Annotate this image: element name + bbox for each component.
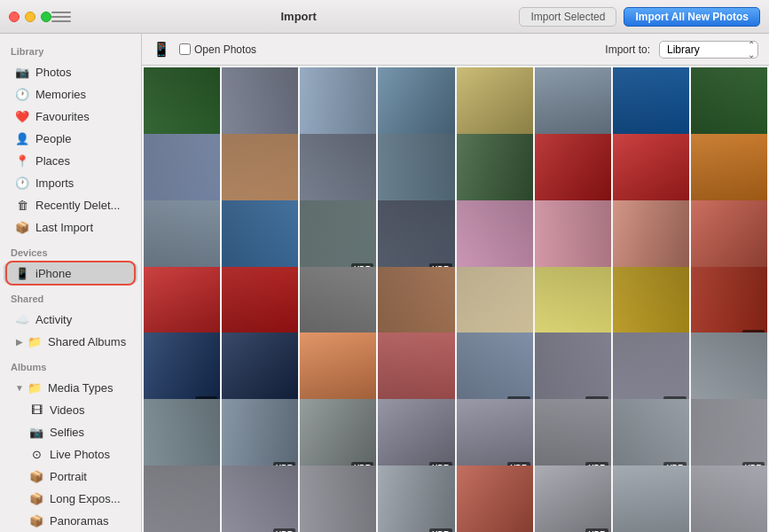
photo-cell[interactable]: HDR <box>535 399 611 475</box>
photo-cell[interactable] <box>535 67 611 144</box>
content-area: 📱 Open Photos Import to: Library Photos … <box>142 34 769 532</box>
photo-cell[interactable] <box>300 267 376 343</box>
sidebar-item-photos[interactable]: 📷 Photos <box>4 61 137 82</box>
sidebar-item-media-types[interactable]: ▼ 📁 Media Types <box>4 377 137 398</box>
photo-cell[interactable]: HDR <box>457 332 533 409</box>
photo-cell[interactable] <box>222 134 298 210</box>
photo-cell[interactable] <box>144 267 220 343</box>
device-phone-icon: 📱 <box>153 41 170 58</box>
sidebar-item-memories[interactable]: 🕐 Memories <box>4 83 137 105</box>
photo-cell[interactable] <box>457 267 533 343</box>
last-import-icon: 📦 <box>14 219 30 235</box>
selfies-icon: 📷 <box>28 424 44 440</box>
sidebar-item-people[interactable]: 👤 People <box>4 128 137 149</box>
sidebar-item-shared-albums[interactable]: ▶ 📁 Shared Albums <box>4 331 137 352</box>
sidebar-item-live-photos[interactable]: ⊙ Live Photos <box>4 443 137 465</box>
photo-cell[interactable] <box>300 67 376 144</box>
title-bar: Import Import Selected Import All New Ph… <box>0 0 769 34</box>
photo-cell[interactable] <box>457 466 533 532</box>
sidebar-item-imports[interactable]: 🕐 Imports <box>4 172 137 193</box>
photo-cell[interactable]: HDR <box>378 466 454 532</box>
photo-cell[interactable] <box>535 267 611 343</box>
photo-cell[interactable] <box>457 200 533 277</box>
photo-cell[interactable] <box>613 134 689 210</box>
photo-cell[interactable] <box>222 67 298 144</box>
photo-cell[interactable] <box>300 466 376 532</box>
photo-cell[interactable] <box>613 267 689 343</box>
import-selected-button[interactable]: Import Selected <box>519 7 616 27</box>
shared-section-label: Shared <box>0 285 141 308</box>
import-to-wrapper[interactable]: Library Photos Library Other... ⌃⌄ <box>659 41 758 59</box>
photo-cell[interactable]: HDR <box>535 332 611 409</box>
sidebar-item-videos[interactable]: 🎞 Videos <box>4 399 137 420</box>
sidebar-item-panoramas[interactable]: 📦 Panoramas <box>4 510 137 531</box>
photo-cell[interactable]: HDR <box>535 466 611 532</box>
import-all-button[interactable]: Import All New Photos <box>624 7 760 27</box>
photo-cell[interactable] <box>378 134 454 210</box>
photo-cell[interactable] <box>300 134 376 210</box>
photo-cell[interactable]: HDR <box>300 200 376 277</box>
photo-cell[interactable]: HDR <box>613 332 689 409</box>
photo-cell[interactable] <box>613 200 689 277</box>
open-photos-option[interactable]: Open Photos <box>179 43 256 56</box>
photo-cell[interactable] <box>378 267 454 343</box>
photo-cell[interactable] <box>378 332 454 409</box>
photo-cell[interactable] <box>144 200 220 277</box>
albums-section-label: Albums <box>0 353 141 376</box>
photo-cell[interactable]: HDR <box>300 399 376 475</box>
hdr-badge: HDR <box>585 528 608 532</box>
photo-cell[interactable]: HDR <box>222 399 298 475</box>
portrait-icon: 📦 <box>28 468 44 484</box>
photo-cell[interactable] <box>222 332 298 409</box>
sidebar-item-places[interactable]: 📍 Places <box>4 150 137 171</box>
sidebar-item-selfies[interactable]: 📷 Selfies <box>4 421 137 442</box>
photo-cell[interactable]: HDR <box>144 332 220 409</box>
photo-cell[interactable] <box>613 466 689 532</box>
photo-cell[interactable] <box>144 134 220 210</box>
open-photos-checkbox[interactable] <box>179 43 191 55</box>
photo-cell[interactable]: HDR <box>457 399 533 475</box>
photo-cell[interactable] <box>535 200 611 277</box>
photo-cell[interactable] <box>144 67 220 144</box>
sidebar-item-iphone[interactable]: 📱 iPhone <box>4 262 137 284</box>
photo-cell[interactable]: HDR <box>378 399 454 475</box>
photo-cell[interactable] <box>144 399 220 475</box>
photo-cell[interactable] <box>457 67 533 144</box>
photo-cell[interactable] <box>300 332 376 409</box>
sidebar-item-favourites[interactable]: ❤️ Favourites <box>4 106 137 127</box>
activity-icon: ☁️ <box>14 311 30 327</box>
main-area: Library 📷 Photos 🕐 Memories ❤️ Favourite… <box>0 34 769 532</box>
sidebar-item-activity[interactable]: ☁️ Activity <box>4 309 137 330</box>
hdr-badge: HDR <box>429 528 452 532</box>
photo-cell[interactable] <box>144 466 220 532</box>
photo-cell[interactable]: HDR <box>378 200 454 277</box>
sidebar-toggle[interactable] <box>51 10 71 24</box>
photo-cell[interactable] <box>691 200 767 277</box>
sidebar-item-portrait[interactable]: 📦 Portrait <box>4 466 137 487</box>
fullscreen-button[interactable] <box>41 12 51 22</box>
photo-cell[interactable] <box>222 200 298 277</box>
sidebar-item-long-exposure[interactable]: 📦 Long Expos... <box>4 488 137 509</box>
photo-cell[interactable]: HDR <box>613 399 689 475</box>
sidebar-item-recently-deleted[interactable]: 🗑 Recently Delet... <box>4 194 137 215</box>
photo-cell[interactable]: HDR <box>691 267 767 343</box>
photo-cell[interactable] <box>613 67 689 144</box>
sidebar-item-last-import[interactable]: 📦 Last Import <box>4 216 137 238</box>
photo-cell[interactable] <box>691 466 767 532</box>
close-button[interactable] <box>9 12 20 22</box>
shared-albums-icon: 📁 <box>27 333 43 349</box>
photo-cell[interactable] <box>691 332 767 409</box>
photo-cell[interactable] <box>691 134 767 210</box>
photo-cell[interactable] <box>457 134 533 210</box>
photo-cell[interactable] <box>535 134 611 210</box>
toolbar-right: Import Selected Import All New Photos <box>519 7 760 27</box>
sidebar: Library 📷 Photos 🕐 Memories ❤️ Favourite… <box>0 34 142 532</box>
photo-cell[interactable]: HDR <box>691 399 767 475</box>
photo-cell[interactable] <box>222 267 298 343</box>
import-to-select[interactable]: Library Photos Library Other... <box>659 41 758 59</box>
minimize-button[interactable] <box>25 12 35 22</box>
collapse-icon: ▼ <box>14 382 25 393</box>
photo-cell[interactable] <box>378 67 454 144</box>
photo-cell[interactable]: HDR <box>222 466 298 532</box>
photo-cell[interactable] <box>691 67 767 144</box>
